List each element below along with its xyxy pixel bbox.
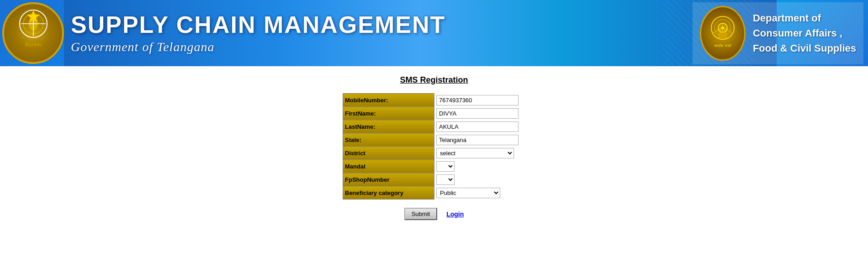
- content-area: SMS Registration MobileNumber: FirstName…: [0, 66, 868, 229]
- district-select[interactable]: select Hyderabad Rangareddy Medchal Wara…: [436, 148, 514, 158]
- fpshop-select-cell: [434, 173, 525, 186]
- firstname-row: FirstName:: [343, 107, 525, 120]
- beneficiary-select-cell: Public Government Private: [434, 186, 525, 200]
- fpshop-row: FpShopNumber: [343, 173, 525, 186]
- page-title: SMS Registration: [400, 75, 468, 85]
- firstname-label: FirstName:: [343, 107, 434, 120]
- dept-info: सत्यमेव जयते Department of Consumer Affa…: [693, 2, 863, 64]
- site-title: SUPPLY CHAIN MANAGEMENT: [71, 12, 693, 38]
- state-label: State:: [343, 133, 434, 147]
- form-actions: Submit Login: [404, 208, 464, 220]
- header: తెలంగాణ SUPPLY CHAIN MANAGEMENT Governme…: [0, 0, 868, 66]
- mobile-label: MobileNumber:: [343, 94, 434, 107]
- header-text: SUPPLY CHAIN MANAGEMENT Government of Te…: [66, 12, 693, 54]
- state-input[interactable]: [436, 135, 519, 145]
- state-row: State:: [343, 133, 525, 147]
- mandal-select-cell: [434, 160, 525, 173]
- district-row: District select Hyderabad Rangareddy Med…: [343, 147, 525, 160]
- site-subtitle: Government of Telangana: [71, 40, 693, 54]
- svg-text:తెలంగాణ: తెలంగాణ: [25, 42, 42, 47]
- beneficiary-select[interactable]: Public Government Private: [436, 188, 500, 198]
- svg-rect-15: [718, 32, 727, 38]
- india-emblem: सत्यमेव जयते: [700, 6, 746, 61]
- telangana-logo: తెలంగాణ: [2, 2, 64, 64]
- registration-form: MobileNumber: FirstName: LastName: State…: [343, 93, 525, 200]
- lastname-input[interactable]: [436, 121, 519, 132]
- dept-name: Department of Consumer Affairs , Food & …: [753, 11, 856, 56]
- lastname-label: LastName:: [343, 120, 434, 133]
- firstname-input-cell: [434, 107, 525, 120]
- svg-text:सत्यमेव जयते: सत्यमेव जयते: [714, 43, 731, 48]
- mobile-input-cell: [434, 94, 525, 107]
- beneficiary-row: Beneficiary category Public Government P…: [343, 186, 525, 200]
- lastname-input-cell: [434, 120, 525, 133]
- district-label: District: [343, 147, 434, 160]
- submit-button[interactable]: Submit: [404, 208, 437, 220]
- mobile-input[interactable]: [436, 95, 519, 105]
- district-select-cell: select Hyderabad Rangareddy Medchal Wara…: [434, 147, 525, 160]
- mandal-row: Mandal: [343, 160, 525, 173]
- login-link[interactable]: Login: [446, 211, 464, 218]
- fpshop-select[interactable]: [436, 174, 455, 185]
- beneficiary-label: Beneficiary category: [343, 186, 434, 200]
- mobile-row: MobileNumber:: [343, 94, 525, 107]
- mandal-label: Mandal: [343, 160, 434, 173]
- firstname-input[interactable]: [436, 108, 519, 119]
- lastname-row: LastName:: [343, 120, 525, 133]
- state-input-cell: [434, 133, 525, 147]
- fpshop-label: FpShopNumber: [343, 173, 434, 186]
- mandal-select[interactable]: [436, 161, 455, 172]
